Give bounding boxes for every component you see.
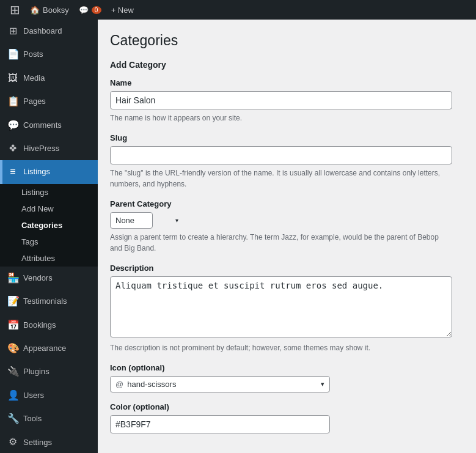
parent-hint: Assign a parent term to create a hierarc… [110, 232, 452, 254]
house-icon: 🏠 [30, 6, 40, 15]
name-input[interactable] [110, 91, 452, 109]
color-input[interactable] [115, 419, 324, 429]
page-title: Categories [110, 32, 464, 50]
icon-select-wrapper[interactable]: @ hand-scissors ▾ [110, 376, 330, 392]
comments-icon: 💬 [7, 119, 18, 132]
vendors-icon: 🏪 [7, 271, 18, 285]
description-textarea[interactable]: Aliquam tristique et suscipit rutrum ero… [110, 276, 452, 337]
hivepress-icon: ❖ [7, 142, 18, 155]
description-field-group: Description Aliquam tristique et suscipi… [110, 263, 464, 353]
comments-button[interactable]: 💬 0 [74, 0, 106, 20]
sidebar-item-dashboard[interactable]: ⊞ Dashboard [0, 20, 98, 43]
tools-icon: 🔧 [7, 412, 18, 425]
bookings-icon: 📅 [7, 319, 18, 332]
submenu-item-tags[interactable]: Tags [0, 234, 98, 250]
slug-hint: The "slug" is the URL-friendly version o… [110, 168, 452, 190]
sidebar-item-label: Settings [23, 437, 52, 448]
description-hint: The description is not prominent by defa… [110, 342, 452, 353]
color-label: Color (optional) [110, 402, 464, 411]
color-input-wrapper [110, 415, 330, 433]
wp-logo-button[interactable]: ⊞ [5, 0, 25, 20]
sidebar-item-label: Tools [23, 413, 42, 424]
color-field-group: Color (optional) [110, 402, 464, 433]
submenu-item-attributes[interactable]: Attributes [0, 250, 98, 267]
sidebar-item-media[interactable]: 🖼 Media [0, 67, 98, 90]
sidebar-item-testimonials[interactable]: 📝 Testimonials [0, 290, 98, 313]
submenu-item-add-new[interactable]: Add New [0, 201, 98, 217]
slug-label: Slug [110, 133, 464, 142]
name-label: Name [110, 78, 464, 87]
parent-category-group: Parent Category None ▾ Assign a parent t… [110, 199, 464, 254]
sidebar-item-label: Listings [23, 166, 50, 177]
testimonials-icon: 📝 [7, 295, 18, 308]
sidebar: ⊞ Dashboard 📄 Posts 🖼 Media 📋 Pages 💬 Co… [0, 20, 98, 453]
sidebar-item-plugins[interactable]: 🔌 Plugins [0, 360, 98, 383]
description-label: Description [110, 263, 464, 273]
submenu-item-categories[interactable]: Categories [0, 217, 98, 234]
slug-input[interactable] [110, 146, 452, 164]
users-icon: 👤 [7, 389, 18, 402]
listings-submenu: Listings Add New Categories Tags Attribu… [0, 184, 98, 267]
main-layout: ⊞ Dashboard 📄 Posts 🖼 Media 📋 Pages 💬 Co… [0, 20, 476, 453]
sidebar-item-appearance[interactable]: 🎨 Appearance [0, 337, 98, 360]
new-content-button[interactable]: + New [106, 0, 139, 20]
name-hint: The name is how it appears on your site. [110, 112, 452, 123]
parent-category-label: Parent Category [110, 199, 464, 208]
form-section-title: Add Category [110, 60, 464, 70]
sidebar-item-label: Vendors [23, 273, 53, 284]
chevron-down-icon: ▾ [321, 380, 324, 388]
icon-select-value: hand-scissors [127, 380, 321, 389]
chevron-down-icon: ▾ [175, 217, 178, 224]
submenu-item-listings[interactable]: Listings [0, 184, 98, 201]
sidebar-item-label: Bookings [23, 320, 56, 331]
sidebar-item-label: Media [23, 73, 45, 84]
sidebar-item-label: Users [23, 390, 44, 401]
icon-prefix: @ [115, 380, 123, 389]
sidebar-item-label: HivePress [23, 143, 59, 154]
sidebar-item-settings[interactable]: ⚙ Settings [0, 430, 98, 453]
wp-icon: ⊞ [10, 2, 20, 17]
sidebar-item-label: Plugins [23, 366, 49, 377]
plugins-icon: 🔌 [7, 365, 18, 378]
parent-select-wrapper: None ▾ [110, 212, 183, 229]
site-name: Booksy [43, 6, 69, 15]
settings-icon: ⚙ [7, 435, 18, 449]
sidebar-item-posts[interactable]: 📄 Posts [0, 43, 98, 66]
listings-icon: ≡ [7, 165, 18, 179]
parent-category-select[interactable]: None [110, 212, 153, 229]
site-name-button[interactable]: 🏠 Booksy [25, 0, 74, 20]
sidebar-item-label: Testimonials [23, 296, 67, 307]
sidebar-item-label: Pages [23, 96, 46, 107]
media-icon: 🖼 [7, 72, 18, 85]
icon-field-group: Icon (optional) @ hand-scissors ▾ [110, 363, 464, 392]
sidebar-item-pages[interactable]: 📋 Pages [0, 90, 98, 113]
icon-label: Icon (optional) [110, 363, 464, 372]
sidebar-item-label: Appearance [23, 343, 66, 354]
sidebar-item-label: Comments [23, 120, 62, 131]
sidebar-item-bookings[interactable]: 📅 Bookings [0, 314, 98, 337]
sidebar-item-vendors[interactable]: 🏪 Vendors [0, 267, 98, 290]
new-label: + New [111, 6, 134, 15]
sidebar-item-listings[interactable]: ≡ Listings [0, 160, 98, 183]
posts-icon: 📄 [7, 48, 18, 61]
admin-bar: ⊞ 🏠 Booksy 💬 0 + New [0, 0, 476, 20]
sidebar-item-users[interactable]: 👤 Users [0, 384, 98, 407]
sidebar-item-hivepress[interactable]: ❖ HivePress [0, 137, 98, 160]
sidebar-item-label: Posts [23, 49, 43, 60]
dashboard-icon: ⊞ [7, 24, 18, 38]
sidebar-item-label: Dashboard [23, 26, 62, 37]
appearance-icon: 🎨 [7, 342, 18, 355]
sidebar-item-tools[interactable]: 🔧 Tools [0, 407, 98, 430]
pages-icon: 📋 [7, 95, 18, 108]
sidebar-item-comments[interactable]: 💬 Comments [0, 114, 98, 137]
slug-field-group: Slug The "slug" is the URL-friendly vers… [110, 133, 464, 190]
comment-icon: 💬 [79, 6, 89, 15]
comments-count: 0 [92, 6, 101, 14]
name-field-group: Name The name is how it appears on your … [110, 78, 464, 123]
content-area: Categories Add Category Name The name is… [98, 20, 476, 453]
